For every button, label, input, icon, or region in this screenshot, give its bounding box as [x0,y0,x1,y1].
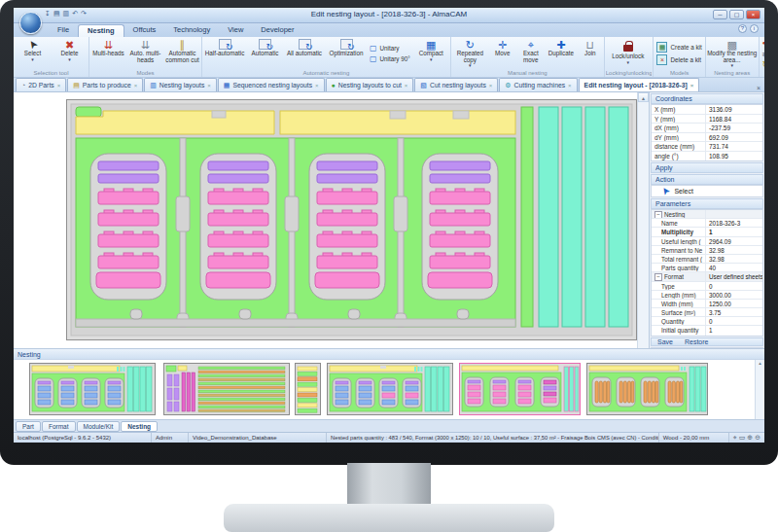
param-row-parts-quantity[interactable]: Parts quantity40 [652,264,762,272]
param-row-multiplicity[interactable]: Multiplicity1 [652,228,762,236]
tab-close-icon[interactable]: × [134,83,138,89]
param-row-total-remnant[interactable]: Total remnant (32.98 [652,255,762,264]
tab-close-icon[interactable]: × [568,83,572,89]
nesting-thumbnail-5[interactable] [459,363,581,415]
param-value[interactable]: 2018-326-3 [705,219,762,227]
param-value[interactable]: 1 [705,228,762,235]
restore-button[interactable]: Restore [685,338,709,345]
coord-value[interactable]: 692.09 [705,133,762,142]
lock-unlock-button[interactable]: Lock/unlock ▾ [606,38,651,69]
tab-developer[interactable]: Developer [252,24,302,37]
nesting-thumbnail-4[interactable] [327,363,453,415]
tab-close-icon[interactable]: × [690,83,694,89]
coordinate-row-angle[interactable]: angle (°)108.95 [652,152,762,161]
coordinate-row-distance[interactable]: distance (mm)731.74 [652,142,762,152]
param-value[interactable]: 0 [705,317,762,325]
tab-nesting[interactable]: Nesting [78,24,124,37]
param-row-remnant[interactable]: Remnant to Ne32.98 [652,246,762,255]
coord-value[interactable]: 3136.09 [705,105,762,114]
param-group-format[interactable]: FormatUser defined sheets [652,272,762,281]
param-row-type[interactable]: Type0 [652,282,762,291]
doc-tab-nesting-layouts-to-cut[interactable]: ●Nesting layouts to cut× [326,78,414,91]
tab-file[interactable]: File [49,24,78,37]
unitary-button[interactable]: ▢ Unitary [370,44,410,53]
zoom-out-icon[interactable]: ⊖ [755,434,760,442]
half-automatic-button[interactable]: ↻ Half-automatic [203,38,246,69]
bottom-tab-nesting[interactable]: Nesting [121,421,158,432]
maximize-button[interactable]: ▢ [729,10,744,19]
doc-tab-edit-nesting-layout[interactable]: Edit nesting layout - [2018-326-3]× [579,78,700,91]
param-group-nesting[interactable]: Nesting [652,210,762,219]
zoom-target-icon[interactable]: ⌖ [733,434,737,442]
coord-value[interactable]: 108.95 [705,152,762,161]
select-button[interactable]: ➤ Select ▾ [15,38,51,69]
application-menu-orb[interactable] [19,12,42,34]
param-value[interactable]: 32.98 [705,246,762,254]
auto-multi-heads-button[interactable]: ⇊ Auto. multi-heads [127,38,163,69]
doc-tab-cut-nesting-layouts[interactable]: ▧Cut nesting layouts× [414,78,498,91]
save-button[interactable]: Save [657,338,673,345]
compact-button[interactable]: ▦ Compact ▾ [413,38,449,69]
doc-tab-cutting-machines[interactable]: ⚙Cutting machines× [499,78,577,91]
move-button[interactable]: ✛ Move [489,38,516,69]
delete-kit-button[interactable]: × Delete a kit [656,54,701,65]
tab-close-icon[interactable]: × [405,83,408,89]
exact-move-button[interactable]: ⌖ Exact move [517,38,545,69]
coordinate-row-x[interactable]: X (mm)3136.09 [652,105,762,115]
coord-value[interactable]: 731.74 [705,142,762,151]
all-automatic-button[interactable]: ↻ All automatic [284,38,325,69]
tab-technology[interactable]: Technology [164,24,219,37]
nesting-canvas[interactable] [66,99,637,340]
coordinates-header[interactable]: Coordinates [651,93,763,104]
param-value[interactable]: 0 [705,282,762,290]
scroll-up-icon[interactable]: ▴ [638,92,649,102]
doc-tab-parts-to-produce[interactable]: ▤Parts to produce× [67,78,143,91]
apply-header[interactable]: Apply [651,162,763,173]
scroll-up-icon[interactable]: ▴ [756,360,764,366]
nesting-thumbnail-3[interactable] [295,363,321,415]
tab-close-icon[interactable]: × [207,83,211,89]
tab-close-icon[interactable]: × [489,83,493,89]
coord-value[interactable]: -237.59 [705,124,762,132]
param-value[interactable]: 3000.00 [705,291,762,299]
coord-value[interactable]: 1168.84 [705,115,762,124]
unitary-90-button[interactable]: ▢ Unitary 90° [370,54,410,63]
help-icon[interactable]: ? [738,24,747,33]
join-button[interactable]: ⊔ Join [578,38,603,69]
repeated-copy-button[interactable]: ↻ Repeated copy ▾ [452,38,488,69]
coordinate-row-y[interactable]: Y (mm)1168.84 [652,115,762,124]
nesting-thumbnail-6[interactable] [586,363,708,415]
zoom-fit-icon[interactable]: ▭ [739,434,746,442]
action-header[interactable]: Action [651,174,763,185]
param-row-quantity[interactable]: Quantity0 [652,317,762,326]
param-row-initial-quantity[interactable]: Initial quantity1 [652,326,762,335]
bottom-tab-module-kit[interactable]: Module/Kit [77,421,121,432]
tab-close-icon[interactable]: × [315,83,319,89]
param-row-name[interactable]: Name2018-326-3 [652,219,762,228]
tab-view[interactable]: View [219,24,252,37]
canvas-area[interactable] [14,92,649,348]
param-row-width[interactable]: Width (mm)1250.00 [652,300,762,308]
rotation-button[interactable]: ↻ Rotation [762,60,764,69]
param-row-useful-length[interactable]: Useful length (2964.09 [652,237,762,246]
action-select-row[interactable]: ➤ Select [651,185,763,197]
automatic-button[interactable]: ↻ Automatic [247,38,283,69]
doc-tab-nesting-layouts[interactable]: ▥Nesting layouts× [144,78,217,91]
optimization-button[interactable]: ↻ Optimization [326,38,367,69]
tab-offcuts[interactable]: Offcuts [124,24,165,37]
param-value[interactable]: 32.98 [705,255,762,263]
modify-nesting-area-button[interactable]: ▩ Modify the nesting area... ▾ [707,38,758,69]
multi-heads-button[interactable]: ⇊ Multi-heads [90,38,126,69]
param-value[interactable]: 1 [705,326,762,335]
canvas-vertical-scrollbar[interactable]: ▴ [637,92,649,348]
parameters-header[interactable]: Parameters [651,198,763,209]
param-row-length[interactable]: Length (mm)3000.00 [652,291,762,300]
coordinate-row-dx[interactable]: dX (mm)-237.59 [652,124,762,133]
nesting-panel-header[interactable]: Nesting [14,348,764,360]
nesting-thumbnail-2[interactable] [163,363,290,415]
thumbnails-scrollbar[interactable]: ▴ [755,360,764,419]
create-kit-button[interactable]: ▦ Create a kit [656,42,701,53]
delete-button[interactable]: ✖ Delete ▾ [52,38,88,69]
duplicate-button[interactable]: ✚ Duplicate [546,38,577,69]
tab-close-icon[interactable]: × [57,83,61,89]
